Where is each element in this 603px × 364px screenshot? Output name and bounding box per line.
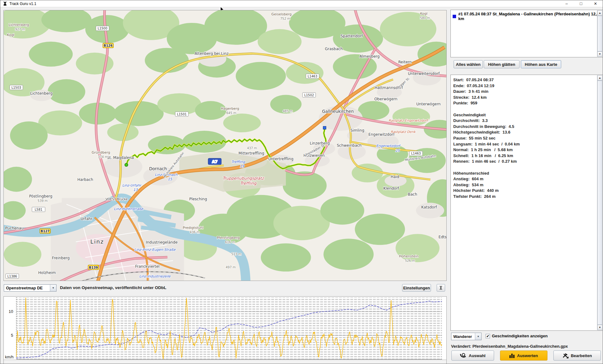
auswahl-button[interactable]: Auswahl <box>451 351 494 361</box>
map-label: 374 m <box>98 155 108 159</box>
settings-button[interactable]: Einstellungen <box>402 284 431 292</box>
map-canvas: L1500B126L1503L1463L1502L1501L1463A7L581… <box>4 10 446 281</box>
track-list-item-label: #1 07.05.24 08:37 St_Magdalena - Gallneu… <box>458 12 601 21</box>
stats-line: Abstieg: 534 m <box>453 182 596 188</box>
show-speeds-checkbox[interactable]: ✔ <box>486 334 490 338</box>
track-list-item[interactable]: #1 07.05.24 08:37 St_Magdalena - Gallneu… <box>451 10 603 23</box>
svg-text:L1463: L1463 <box>308 75 317 78</box>
map-label: Hohenstein <box>399 254 418 258</box>
stats-line: Anstieg: 604 m <box>453 176 596 182</box>
road-shield: B126 <box>103 43 114 48</box>
map-label: Linz-Hafenstraße <box>114 207 144 211</box>
fit-vertical-icon <box>439 285 443 290</box>
selection-magnifier-icon <box>460 353 466 358</box>
map-attribution: Daten von Openstreetmap, veröffentlicht … <box>60 285 166 290</box>
heights-from-map-button[interactable]: Höhen aus Karte <box>521 60 561 68</box>
select-all-button[interactable]: Alles wählen <box>454 60 483 68</box>
profile-select[interactable]: Wanderer ▼ <box>451 333 482 340</box>
map-label: Reitern <box>398 60 412 64</box>
map-label: Urfahr <box>81 217 93 221</box>
map-source-select[interactable]: Openstreetmap DE ▼ <box>4 284 57 292</box>
bearbeiten-label: Bearbeiten <box>571 353 592 358</box>
map-label: Engerwitzdorf <box>376 144 401 148</box>
track-color-marker <box>453 15 456 18</box>
map-label: Edts <box>439 235 446 239</box>
map-label: Plesching <box>189 197 207 201</box>
map-label: Almesberg <box>359 54 380 59</box>
auswerten-button[interactable]: Auswerten <box>500 351 547 361</box>
stats-line: Ende: 07.05.24 12:19 <box>453 83 596 89</box>
scroll-thumb[interactable] <box>597 16 602 51</box>
map-label: Lichtenberg <box>30 91 52 96</box>
chart-scrollbar[interactable] <box>4 360 446 364</box>
maximize-button[interactable]: □ <box>574 0 588 7</box>
map-label: Untertreffling <box>268 157 293 161</box>
chevron-down-icon[interactable]: ▼ <box>50 285 56 291</box>
statistics-scrollbar[interactable]: ▲ ▼ <box>597 75 602 330</box>
map-label: Gründberg <box>92 150 110 155</box>
profile-value: Wanderer <box>453 334 472 339</box>
close-button[interactable]: × <box>588 0 603 7</box>
map-label: Industriegelände <box>146 240 178 245</box>
track-list-scrollbar[interactable]: ▲ ▼ <box>597 10 602 57</box>
map-label: Kogl <box>7 33 14 37</box>
smooth-heights-button[interactable]: Höhen glätten <box>484 60 520 68</box>
map-label: 927 m <box>15 28 25 31</box>
road-shield: L1386 <box>6 274 19 278</box>
stats-line: Normal: 1 h 25 min / 5.68 km <box>453 147 596 153</box>
bearbeiten-button[interactable]: Bearbeiten <box>553 351 601 361</box>
road-shield: L1463 <box>409 151 423 156</box>
minimize-button[interactable]: – <box>559 0 574 7</box>
map-label: 15 <box>168 177 172 181</box>
scroll-up-icon[interactable]: ▲ <box>597 10 602 16</box>
road-shield: B139 <box>88 265 99 270</box>
scroll-thumb[interactable] <box>597 81 602 325</box>
scroll-down-icon[interactable]: ▼ <box>597 325 602 330</box>
svg-text:L1463: L1463 <box>411 152 421 155</box>
bar-chart-icon <box>509 353 515 358</box>
map-label: Klendorf <box>383 186 399 191</box>
map-label: 526 m <box>405 259 415 262</box>
title-bar: Track Guru v1.1 – □ × <box>0 0 603 7</box>
svg-text:L1386: L1386 <box>7 275 17 278</box>
stats-line: Start: 07.05.24 08:37 <box>453 77 596 83</box>
map-view[interactable]: L1500B126L1503L1463L1502L1501L1463A7L581… <box>3 10 447 281</box>
scroll-up-icon[interactable]: ▲ <box>597 75 602 81</box>
auswerten-label: Auswerten <box>517 353 538 358</box>
map-label: 497 m <box>226 266 236 269</box>
map-label: Predigtstuhl <box>183 226 203 230</box>
map-label: Simling <box>350 128 364 133</box>
stats-line: Rennen: 1 min 46 sec / 0.27 km <box>453 159 596 165</box>
map-label: Linzerberg <box>310 141 330 145</box>
road-shield: L1502 <box>303 92 316 97</box>
map-label: Dornach <box>149 166 167 171</box>
check-icon: ✔ <box>486 334 489 338</box>
map-label: Hagerberg <box>221 107 239 111</box>
statistics-panel: Start: 07.05.24 08:37Ende: 07.05.24 12:1… <box>450 75 603 331</box>
map-label: St. Magdalena <box>107 156 134 160</box>
svg-text:A7: A7 <box>212 159 218 164</box>
profile-chart-panel[interactable]: 105km/h <box>3 296 447 364</box>
svg-text:L581: L581 <box>35 208 43 211</box>
fit-vertical-button[interactable] <box>437 284 445 292</box>
road-shield: L1501 <box>175 112 188 116</box>
map-label: Freinberg <box>52 256 70 260</box>
map-label: 539 m <box>38 199 48 203</box>
stats-line: Pause: 55 min 52 sec <box>453 135 596 141</box>
map-label: Spattendorf <box>341 34 363 38</box>
scroll-down-icon[interactable]: ▼ <box>597 51 602 57</box>
modified-file-label: Verändert: Pferdeeisenbahn_Magdalena-Gal… <box>451 344 568 349</box>
chevron-down-icon[interactable]: ▼ <box>475 333 481 340</box>
map-label: Lichtenberg <box>8 23 29 27</box>
svg-text:B126: B126 <box>104 44 112 47</box>
stats-line: Geschwindigkeit <box>453 112 596 118</box>
stats-line <box>453 165 596 171</box>
road-shield: B127 <box>40 229 51 233</box>
stats-line: Höchster Punkt: 440 m <box>453 188 596 194</box>
tools-icon <box>562 353 568 358</box>
map-label: Schweinbach <box>337 143 362 148</box>
track-list[interactable]: #1 07.05.24 08:37 St_Magdalena - Gallneu… <box>450 10 603 57</box>
map-label: Katsdorf <box>421 205 437 209</box>
map-label: Altenberg bei Linz <box>195 51 229 56</box>
map-label: Haid <box>391 175 399 179</box>
